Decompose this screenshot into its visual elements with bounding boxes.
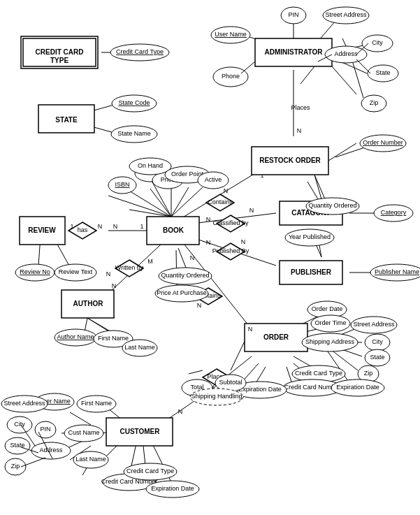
attr-cust-creditcardtype-text: Credit Card Type: [126, 467, 174, 474]
entity-book-label: BOOK: [163, 226, 184, 234]
rel-contains-restock-label: Contains: [208, 198, 233, 205]
svg-text:N: N: [178, 408, 183, 415]
svg-text:N: N: [297, 127, 302, 134]
svg-line-77: [189, 370, 203, 374]
svg-line-21: [171, 187, 203, 217]
attr-cust-pin-text: PIN: [40, 426, 50, 433]
svg-line-9: [300, 66, 314, 84]
attr-admin-zip-text: Zip: [370, 99, 379, 106]
attr-order-subtotal-text: Subtotal: [219, 379, 242, 386]
svg-line-8: [332, 66, 356, 94]
svg-text:N: N: [98, 223, 103, 230]
attr-review-reviewno-text: Review No: [20, 268, 50, 275]
rel-publishedby-label: Published By: [212, 247, 249, 254]
entity-state-label: STATE: [55, 116, 78, 124]
attr-order-shippingaddress-text: Shipping Address: [305, 338, 355, 345]
attr-contains-priceatpurchase-text: Price At Purchase: [157, 289, 207, 296]
rel-has-label: has: [78, 226, 88, 233]
attr-book-onhand-text: On Hand: [138, 162, 163, 169]
svg-text:N: N: [206, 239, 211, 246]
svg-text:N: N: [241, 238, 246, 245]
svg-line-55: [227, 356, 252, 376]
attr-cust-expirationdate-text: Expiration Date: [151, 485, 194, 492]
attr-statecode-text: State Code: [118, 99, 150, 106]
er-diagram: Places N 1 N M N N N N 1 N: [0, 0, 420, 515]
svg-text:N: N: [224, 187, 229, 194]
attr-admin-city-text: City: [372, 39, 383, 46]
attr-order-sa-streetaddr-text: Street Address: [353, 321, 395, 328]
svg-text:N: N: [249, 207, 254, 214]
svg-line-15: [150, 189, 171, 217]
svg-line-81: [342, 38, 346, 46]
entity-creditcardtype-label2: TYPE: [50, 57, 68, 64]
svg-line-85: [241, 61, 255, 73]
attr-order-orderdate-text: Order Date: [312, 305, 343, 312]
attr-order-total-text: Total: [190, 384, 203, 391]
attr-order-sa-state-text: State: [370, 354, 384, 361]
attr-cust-streetaddr-text: Street Address: [3, 400, 45, 407]
svg-text:N: N: [106, 270, 111, 277]
rel-writtenby-label: Written by: [115, 264, 144, 271]
svg-text:N: N: [112, 282, 117, 289]
entity-admin-label: ADMINISTRATOR: [265, 48, 324, 56]
attr-author-lastname-text: Last Name: [124, 344, 155, 351]
svg-text:N: N: [248, 326, 253, 333]
entity-creditcardtype-label: CREDIT CARD: [36, 48, 84, 56]
svg-text:M: M: [147, 258, 153, 265]
rel-classifiedby-label: Classified by: [212, 219, 249, 226]
attr-admin-username-text: User Name: [215, 31, 247, 38]
attr-order-expirationdate-text: Expiration Date: [238, 386, 282, 393]
entity-restock-label: RESTOCK ORDER: [259, 157, 321, 164]
svg-line-17: [171, 187, 189, 217]
attr-cust-firstname-text: First Name: [81, 400, 112, 407]
svg-text:1: 1: [70, 223, 73, 230]
attr-order-ordertime-text: Order Time: [314, 319, 346, 326]
attr-book-isbn-text: ISBN: [115, 181, 129, 188]
attr-restock-qtyordered-text: Quantity Ordered: [308, 202, 356, 209]
attr-order-shippinghandling-text: Shipping Handling: [191, 393, 242, 400]
attr-cust-lastname-text: Last Name: [75, 456, 106, 463]
attr-cust-address-text: Address: [39, 447, 63, 454]
attr-admin-pin-text: PIN: [288, 11, 298, 18]
entity-customer-label: CUSTOMER: [120, 428, 160, 435]
attr-admin-state-text: State: [375, 69, 390, 76]
svg-line-14: [307, 182, 318, 199]
svg-line-83: [356, 59, 370, 73]
attr-cust-zip-text: Zip: [11, 463, 20, 470]
svg-text:N: N: [190, 254, 195, 261]
attr-admin-phone-text: Phone: [222, 73, 240, 80]
attr-restock-ordernumber-text: Order Number: [363, 139, 403, 146]
attr-author-firstname-text: First Name: [98, 335, 129, 342]
attr-review-reviewtext-text: Review Text: [59, 268, 93, 275]
attr-contains-qtyordered-text: Quantity Ordered: [161, 272, 209, 279]
attr-catagory-text: Category: [381, 209, 407, 216]
entity-review-label: REVIEW: [28, 226, 56, 234]
attr-statename-text: State Name: [117, 130, 151, 137]
entity-order-label: ORDER: [263, 333, 289, 341]
attr-cust-city-text: City: [14, 421, 25, 428]
entity-publisher-label: PUBLISHER: [291, 268, 332, 276]
attr-yearpublished-text: Year Published: [289, 233, 331, 240]
attr-order-sa-city-text: City: [372, 338, 383, 345]
svg-line-19: [126, 189, 171, 217]
svg-line-13: [335, 147, 367, 157]
svg-text:N: N: [206, 216, 211, 223]
attr-author-authorname-text: Author Name: [57, 333, 94, 340]
svg-text:1: 1: [140, 223, 143, 230]
attr-order-sa-zip-text: Zip: [364, 370, 373, 377]
svg-line-70: [70, 412, 91, 425]
entity-author-label: AUTHOR: [73, 300, 104, 307]
attr-cust-custname-text: Cust Name: [68, 429, 99, 436]
attr-admin-streetaddr-text: Street Address: [325, 11, 367, 18]
attr-creditcardtype-text: Credit Card Type: [116, 48, 164, 55]
attr-order-cctype-text: Credit Card Type: [295, 370, 342, 377]
svg-text:N: N: [197, 302, 202, 309]
svg-text:Places: Places: [291, 104, 310, 111]
attr-book-active-text: Active: [205, 176, 222, 183]
attr-admin-address-text: Address: [334, 50, 358, 57]
attr-order-expdate-text: Expiration Date: [336, 384, 379, 391]
svg-text:N: N: [113, 223, 118, 230]
attr-publisher-name-text: Publisher Name: [375, 268, 419, 275]
